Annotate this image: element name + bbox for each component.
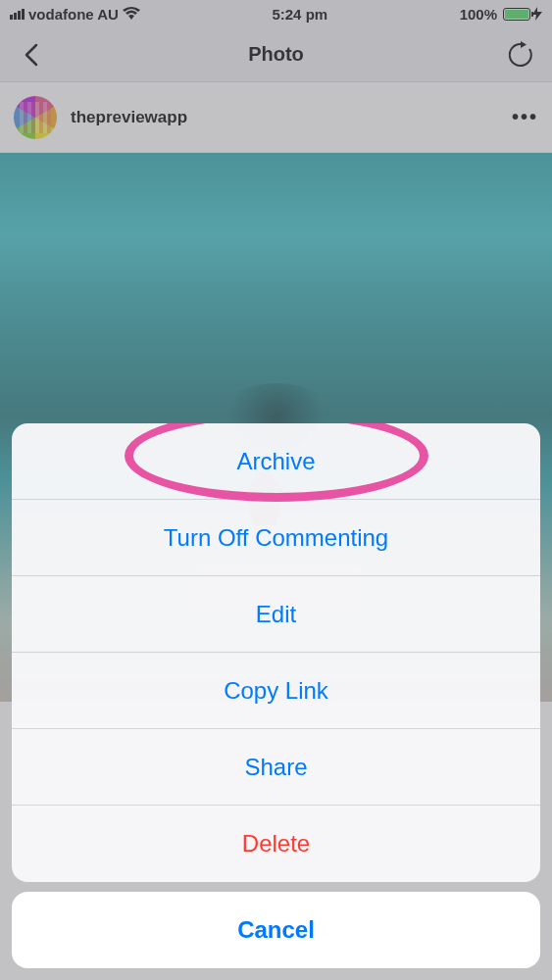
sheet-item-edit[interactable]: Edit (12, 576, 540, 653)
cancel-button[interactable]: Cancel (12, 892, 540, 968)
sheet-item-share[interactable]: Share (12, 729, 540, 806)
action-sheet-container: Archive Turn Off Commenting Edit Copy Li… (12, 423, 540, 968)
action-sheet: Archive Turn Off Commenting Edit Copy Li… (12, 423, 540, 882)
sheet-item-copy-link[interactable]: Copy Link (12, 653, 540, 729)
sheet-item-archive[interactable]: Archive (12, 423, 540, 500)
sheet-item-turn-off-commenting[interactable]: Turn Off Commenting (12, 500, 540, 576)
sheet-item-delete[interactable]: Delete (12, 806, 540, 882)
